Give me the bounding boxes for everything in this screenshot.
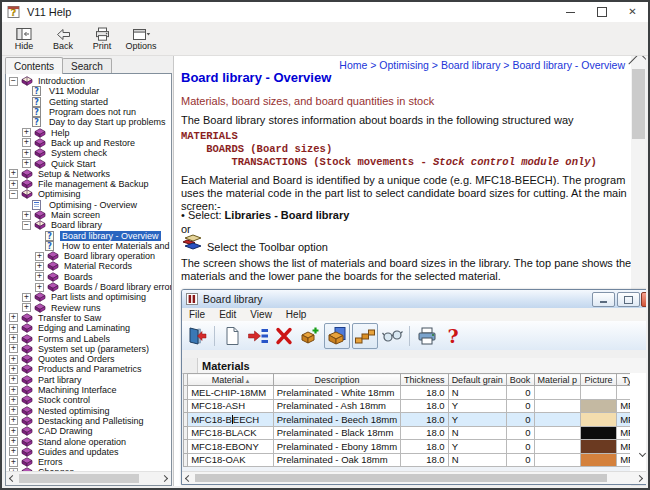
expand-box-icon[interactable]: + — [9, 375, 18, 384]
tree-item[interactable]: +Forms and Labels — [6, 333, 171, 343]
tree-item-label[interactable]: Products and Parametrics — [36, 364, 144, 374]
expand-box-icon[interactable]: + — [9, 313, 18, 322]
tree-item[interactable]: −Board library — [6, 220, 171, 230]
tree-item-label[interactable]: Destacking and Palletising — [36, 416, 146, 426]
tree-item[interactable]: +Errors — [6, 457, 171, 467]
tree-item[interactable]: +Review runs — [6, 303, 171, 313]
options-button[interactable]: Options — [123, 24, 159, 54]
expand-box-icon[interactable]: + — [9, 324, 18, 333]
expand-box-icon[interactable]: + — [9, 447, 18, 456]
tree-item[interactable]: −Optimising — [6, 189, 171, 199]
tab-search[interactable]: Search — [62, 58, 112, 74]
tree-item-label[interactable]: How to enter Materials and Bo — [60, 241, 171, 251]
expand-box-icon[interactable]: + — [9, 355, 18, 364]
tree-item-label[interactable]: Board library operation — [62, 251, 157, 261]
expand-box-icon[interactable]: + — [9, 386, 18, 395]
tree-item-label[interactable]: Setup & Networks — [36, 169, 112, 179]
back-button[interactable]: Back — [45, 24, 81, 54]
tree-item-label[interactable]: Transfer to Saw — [36, 313, 103, 323]
tree-item-label[interactable]: Quick Start — [49, 159, 98, 169]
tree-item[interactable]: +Machining Interface — [6, 385, 171, 395]
tab-contents[interactable]: Contents — [5, 57, 63, 74]
tree-item[interactable]: +Guides and updates — [6, 447, 171, 457]
tree-item-label[interactable]: Errors — [36, 457, 65, 467]
tree-item-label[interactable]: File management & Backup — [36, 179, 151, 189]
expand-box-icon[interactable]: + — [9, 180, 18, 189]
tree-item-label[interactable]: Boards — [62, 272, 95, 282]
tree-item-label[interactable]: System set up (parameters) — [36, 344, 151, 354]
tree-item[interactable]: ?V11 Modular — [6, 86, 171, 96]
tree-item-label[interactable]: Edging and Laminating — [36, 323, 132, 333]
tree-scrollbar-thumb[interactable] — [19, 474, 139, 483]
tree-item-label[interactable]: Nested optimising — [36, 406, 112, 416]
tree-item[interactable]: +Setup & Networks — [6, 169, 171, 179]
tree-item[interactable]: +Quick Start — [6, 158, 171, 168]
expand-box-icon[interactable]: + — [35, 283, 44, 292]
tree-item-label[interactable]: Board library - Overview — [60, 231, 161, 241]
expand-box-icon[interactable]: + — [22, 149, 31, 158]
tree-item[interactable]: +CAD Drawing — [6, 426, 171, 436]
tree-item-label[interactable]: V11 Modular — [47, 86, 101, 96]
expand-box-icon[interactable]: + — [9, 427, 18, 436]
breadcrumb-link[interactable]: Board library - Overview — [512, 59, 625, 71]
tree-item[interactable]: ?Board library - Overview — [6, 230, 171, 240]
scroll-left-icon[interactable] — [6, 472, 19, 485]
tree-horizontal-scrollbar[interactable] — [6, 471, 171, 485]
expand-box-icon[interactable]: + — [9, 344, 18, 353]
tree-item-label[interactable]: Boards / Board library errors — [62, 282, 171, 292]
tree-item[interactable]: +Part library — [6, 375, 171, 385]
tree-item[interactable]: +Help — [6, 127, 171, 137]
tree-item[interactable]: +Part lists and optimising — [6, 292, 171, 302]
expand-box-icon[interactable]: + — [35, 252, 44, 261]
expand-box-icon[interactable]: + — [9, 437, 18, 446]
tree-item[interactable]: ?How to enter Materials and Bo — [6, 241, 171, 251]
expand-box-icon[interactable]: + — [9, 458, 18, 467]
minimize-button[interactable] — [555, 2, 586, 22]
expand-box-icon[interactable]: + — [9, 169, 18, 178]
tree-item[interactable]: +Stand alone operation — [6, 436, 171, 446]
tree-item-label[interactable]: Optimising — [36, 189, 83, 199]
tree-item-label[interactable]: Back up and Restore — [49, 138, 137, 148]
tree-item-label[interactable]: Day to day Start up problems — [47, 117, 168, 127]
tree-item-label[interactable]: Part library — [36, 375, 84, 385]
tree-item[interactable]: +Boards / Board library errors — [6, 282, 171, 292]
tree-item-label[interactable]: Stand alone operation — [36, 437, 128, 447]
tree-item-label[interactable]: System check — [49, 148, 109, 158]
expand-box-icon[interactable]: + — [22, 138, 31, 147]
tree-item-label[interactable]: Program does not run — [47, 107, 138, 117]
tree-item-label[interactable]: Part lists and optimising — [49, 292, 148, 302]
expand-box-icon[interactable]: + — [9, 396, 18, 405]
print-button[interactable]: Print — [84, 24, 120, 54]
scroll-right-icon[interactable] — [158, 472, 171, 485]
expand-box-icon[interactable]: + — [9, 416, 18, 425]
tree-item-label[interactable]: Board library — [49, 220, 104, 230]
tree-item[interactable]: Optimising - Overview — [6, 200, 171, 210]
breadcrumb-link[interactable]: Home — [339, 59, 367, 71]
tree-item[interactable]: +Edging and Laminating — [6, 323, 171, 333]
hide-button[interactable]: Hide — [6, 24, 42, 54]
expand-box-icon[interactable]: + — [9, 334, 18, 343]
tree-item[interactable]: −Introduction — [6, 76, 171, 86]
breadcrumb-link[interactable]: Optimising — [379, 59, 429, 71]
expand-box-icon[interactable]: + — [22, 211, 31, 220]
tree-item[interactable]: +Board library operation — [6, 251, 171, 261]
tree-item-label[interactable]: Quotes and Orders — [36, 354, 117, 364]
tree-item-label[interactable]: CAD Drawing — [36, 426, 95, 436]
tree-item-label[interactable]: Review runs — [49, 303, 103, 313]
tree-item[interactable]: ?Program does not run — [6, 107, 171, 117]
content-scrollbar-thumb[interactable] — [632, 69, 645, 139]
expand-box-icon[interactable]: + — [22, 159, 31, 168]
tree-item[interactable]: +Material Records — [6, 261, 171, 271]
close-button[interactable]: ✕ — [617, 2, 648, 22]
expand-box-icon[interactable]: + — [22, 293, 31, 302]
tree-item[interactable]: +Back up and Restore — [6, 138, 171, 148]
tree-item[interactable]: +Products and Parametrics — [6, 364, 171, 374]
collapse-box-icon[interactable]: − — [9, 77, 18, 86]
tree-item-label[interactable]: Stock control — [36, 395, 92, 405]
expand-box-icon[interactable]: + — [9, 365, 18, 374]
expand-box-icon[interactable]: + — [9, 406, 18, 415]
tree-item[interactable]: +Boards — [6, 272, 171, 282]
tree-item-label[interactable]: Forms and Labels — [36, 334, 112, 344]
breadcrumb-link[interactable]: Board library — [441, 59, 501, 71]
tree-item-label[interactable]: Guides and updates — [36, 447, 121, 457]
